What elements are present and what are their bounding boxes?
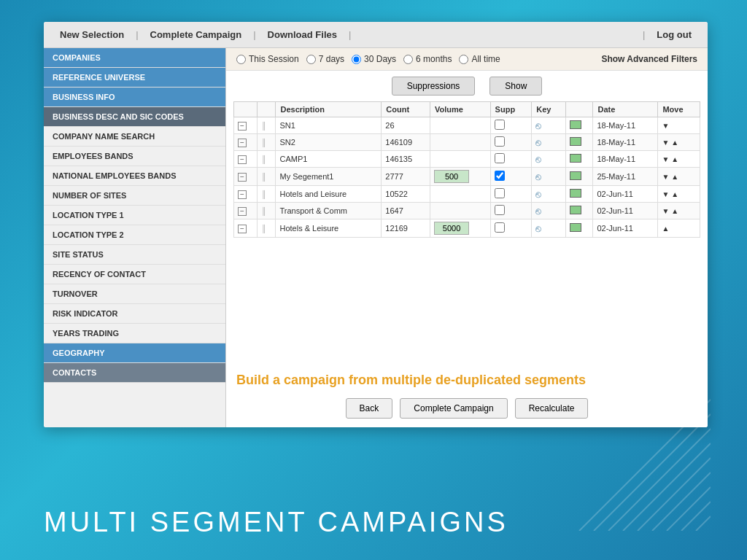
row-expand[interactable]: − [234,134,258,151]
show-button[interactable]: Show [489,77,542,96]
row-expand[interactable]: − [234,219,258,238]
sidebar-item-contacts[interactable]: CONTACTS [44,363,225,383]
volume-input[interactable] [434,170,469,183]
row-supp[interactable] [490,151,532,168]
row-move[interactable]: ▼ ▲ [658,168,700,186]
sidebar-item-risk-indicator[interactable]: RISK INDICATOR [44,304,225,324]
supp-checkbox[interactable] [495,188,505,198]
key-icon[interactable]: ⎋ [535,171,541,182]
row-expand[interactable]: − [234,117,258,134]
key-icon[interactable]: ⎋ [535,223,541,234]
row-img[interactable] [565,151,593,168]
filter-6-months[interactable]: 6 months [403,54,452,64]
sidebar-item-turnover[interactable]: TURNOVER [44,284,225,304]
arrow-down-icon[interactable]: ▼ [662,190,669,198]
arrow-down-icon[interactable]: ▼ [662,122,669,130]
minus-icon[interactable]: − [238,190,247,199]
row-expand[interactable]: − [234,203,258,219]
row-supp[interactable] [490,203,532,219]
row-img[interactable] [565,168,593,186]
image-icon[interactable] [570,137,581,146]
arrow-up-icon[interactable]: ▲ [671,207,678,215]
image-icon[interactable] [570,154,581,163]
supp-checkbox[interactable] [495,222,505,233]
row-img[interactable] [565,117,593,134]
sidebar-item-business-desc-and-sic-codes[interactable]: BUSINESS DESC AND SIC CODES [44,107,225,127]
supp-checkbox[interactable] [495,136,505,147]
minus-icon[interactable]: − [238,122,247,131]
row-key[interactable]: ⎋ [532,134,565,151]
row-key[interactable]: ⎋ [532,117,565,134]
sidebar-item-business-info[interactable]: BUSINESS INFO [44,88,225,107]
sidebar-item-years-trading[interactable]: YEARS TRADING [44,324,225,343]
sidebar-item-site-status[interactable]: SITE STATUS [44,245,225,265]
key-icon[interactable]: ⎋ [535,154,541,165]
nav-complete-campaign[interactable]: Complete Campaign [142,23,251,46]
filter-all-time[interactable]: All time [459,54,500,64]
key-icon[interactable]: ⎋ [535,189,541,200]
nav-download-files[interactable]: Download Files [259,23,346,46]
sidebar-item-number-of-sites[interactable]: NUMBER OF SITES [44,186,225,206]
row-volume[interactable] [430,219,491,238]
filter-7-days[interactable]: 7 days [306,54,344,64]
row-move[interactable]: ▲ [658,219,700,238]
key-icon[interactable]: ⎋ [535,137,541,148]
image-icon[interactable] [570,171,581,180]
row-img[interactable] [565,134,593,151]
supp-checkbox[interactable] [495,153,505,163]
row-move[interactable]: ▼ [658,117,700,134]
sidebar-item-companies[interactable]: COMPANIES [44,48,225,68]
image-icon[interactable] [570,189,581,198]
row-key[interactable]: ⎋ [532,168,565,186]
row-move[interactable]: ▼ ▲ [658,134,700,151]
sidebar-item-employees-bands[interactable]: EMPLOYEES BANDS [44,147,225,166]
row-key[interactable]: ⎋ [532,186,565,203]
row-expand[interactable]: − [234,151,258,168]
row-move[interactable]: ▼ ▲ [658,186,700,203]
row-img[interactable] [565,203,593,219]
row-supp[interactable] [490,186,532,203]
arrow-up-icon[interactable]: ▲ [671,190,678,198]
sidebar-item-location-type-1[interactable]: LOCATION TYPE 1 [44,206,225,225]
arrow-up-icon[interactable]: ▲ [662,225,669,233]
row-key[interactable]: ⎋ [532,219,565,238]
supp-checkbox[interactable] [495,120,505,130]
sidebar-item-location-type-2[interactable]: LOCATION TYPE 2 [44,225,225,245]
row-supp[interactable] [490,168,532,186]
minus-icon[interactable]: − [238,155,247,164]
show-advanced-filters[interactable]: Show Advanced Filters [601,54,697,64]
arrow-up-icon[interactable]: ▲ [671,173,678,181]
supp-checkbox[interactable] [495,205,505,215]
arrow-up-icon[interactable]: ▲ [671,139,678,147]
row-volume[interactable] [430,168,491,186]
image-icon[interactable] [570,206,581,214]
complete-campaign-button[interactable]: Complete Campaign [400,398,507,419]
sidebar-item-company-name-search[interactable]: COMPANY NAME SEARCH [44,127,225,147]
supp-checkbox[interactable] [495,171,505,181]
row-supp[interactable] [490,219,532,238]
sidebar-item-national-employees-bands[interactable]: NATIONAL EMPLOYEES BANDS [44,166,225,186]
key-icon[interactable]: ⎋ [535,206,541,217]
sidebar-item-geography[interactable]: GEOGRAPHY [44,343,225,363]
minus-icon[interactable]: − [238,207,247,216]
row-expand[interactable]: − [234,168,258,186]
arrow-down-icon[interactable]: ▼ [662,155,669,163]
nav-new-selection[interactable]: New Selection [51,23,133,46]
row-supp[interactable] [490,117,532,134]
minus-icon[interactable]: − [238,173,247,182]
logout-button[interactable]: Log out [648,23,700,46]
row-key[interactable]: ⎋ [532,203,565,219]
image-icon[interactable] [570,120,581,129]
row-img[interactable] [565,219,593,238]
row-expand[interactable]: − [234,186,258,203]
back-button[interactable]: Back [346,398,393,419]
sidebar-item-recency-of-contact[interactable]: RECENCY OF CONTACT [44,265,225,284]
sidebar-item-reference-universe[interactable]: REFERENCE UNIVERSE [44,68,225,88]
row-key[interactable]: ⎋ [532,151,565,168]
arrow-down-icon[interactable]: ▼ [662,173,669,181]
minus-icon[interactable]: − [238,139,247,147]
minus-icon[interactable]: − [238,225,247,233]
volume-input[interactable] [434,222,469,235]
key-icon[interactable]: ⎋ [535,120,541,131]
suppressions-button[interactable]: Suppressions [392,77,476,96]
